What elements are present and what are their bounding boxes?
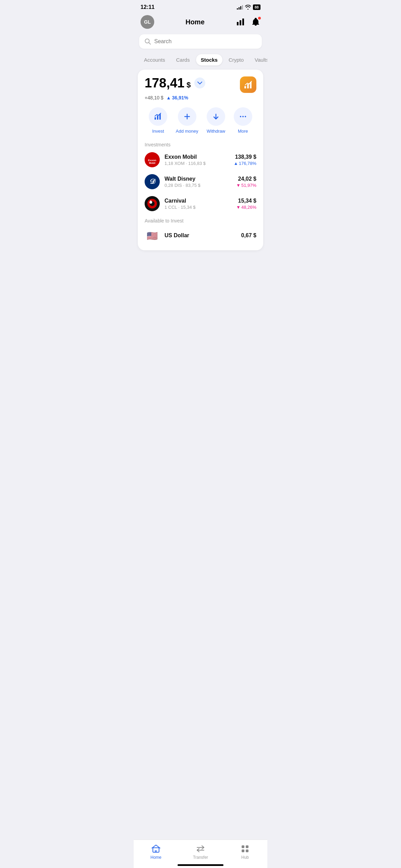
investments-label: Investments xyxy=(145,142,256,147)
more-label: More xyxy=(238,129,248,134)
available-item-usd[interactable]: 🇺🇸 US Dollar 0,67 $ xyxy=(145,228,256,243)
investment-item-exxon[interactable]: Exxon Mobil Exxon Mobil 1,18 XOM · 116,8… xyxy=(145,152,256,167)
invest-icon xyxy=(149,107,167,126)
tab-accounts[interactable]: Accounts xyxy=(139,54,170,65)
tab-stocks[interactable]: Stocks xyxy=(196,54,222,65)
exxon-values: 138,39 $ ▲ 176,78% xyxy=(234,154,256,166)
wifi-icon xyxy=(245,5,251,10)
more-icon xyxy=(234,107,252,126)
svg-rect-5 xyxy=(244,86,246,88)
change-row: +48,10 $ ▲ 36,91% xyxy=(145,95,256,100)
status-time: 12:11 xyxy=(141,4,155,10)
investment-item-disney[interactable]: 𝒟 Walt Disney 0,28 DIS · 83,75 $ 24,02 $… xyxy=(145,174,256,189)
usd-name: US Dollar xyxy=(165,232,236,239)
signal-icon xyxy=(237,5,243,10)
change-percent: ▲ 36,91% xyxy=(166,95,188,100)
svg-point-15 xyxy=(242,116,244,117)
disney-change: ▼ 51,97% xyxy=(236,183,256,188)
chart-icon[interactable] xyxy=(236,17,245,27)
svg-text:𝒟: 𝒟 xyxy=(149,178,156,185)
balance-left: 178,41 $ xyxy=(145,76,205,89)
withdraw-label: Withdraw xyxy=(207,129,225,134)
available-section: Available to Invest 🇺🇸 US Dollar 0,67 $ xyxy=(145,218,256,243)
disney-amount: 24,02 $ xyxy=(236,176,256,182)
svg-text:Mobil: Mobil xyxy=(149,162,155,164)
arrow-down-icon: ▼ xyxy=(236,183,241,188)
invest-label: Invest xyxy=(152,129,164,134)
carnival-name: Carnival xyxy=(165,198,231,204)
carnival-amount: 15,34 $ xyxy=(236,198,256,204)
exxon-name: Exxon Mobil xyxy=(165,154,229,160)
page-title: Home xyxy=(185,18,205,26)
battery-icon: 88 xyxy=(253,4,260,10)
carnival-info: Carnival 1 CCL · 15,34 $ xyxy=(165,198,231,210)
svg-rect-1 xyxy=(240,20,241,25)
exxon-logo: Exxon Mobil xyxy=(145,152,160,167)
disney-info: Walt Disney 0,28 DIS · 83,75 $ xyxy=(165,176,231,188)
carnival-detail: 1 CCL · 15,34 $ xyxy=(165,205,231,210)
withdraw-icon xyxy=(207,107,225,126)
carnival-values: 15,34 $ ▼ 48,26% xyxy=(236,198,256,210)
tab-cards[interactable]: Cards xyxy=(171,54,195,65)
svg-rect-6 xyxy=(247,84,249,88)
exxon-change: ▲ 176,78% xyxy=(234,161,256,166)
header-icons xyxy=(236,17,260,27)
svg-rect-9 xyxy=(157,116,158,120)
arrow-down-icon: ▼ xyxy=(236,205,241,210)
investment-item-carnival[interactable]: Carnival 1 CCL · 15,34 $ 15,34 $ ▼ 48,26… xyxy=(145,196,256,211)
search-input[interactable] xyxy=(154,38,256,45)
carnival-logo xyxy=(145,196,160,211)
status-bar: 12:11 88 xyxy=(134,0,267,12)
svg-rect-2 xyxy=(242,19,244,25)
status-icons: 88 xyxy=(237,4,260,10)
svg-rect-0 xyxy=(237,22,239,25)
exxon-info: Exxon Mobil 1,18 XOM · 116,83 $ xyxy=(165,154,229,166)
withdraw-button[interactable]: Withdraw xyxy=(207,107,225,134)
add-money-label: Add money xyxy=(176,129,198,134)
disney-detail: 0,28 DIS · 83,75 $ xyxy=(165,183,231,188)
tab-vaults[interactable]: Vaults xyxy=(250,54,267,65)
disney-name: Walt Disney xyxy=(165,176,231,182)
tab-bar: Accounts Cards Stocks Crypto Vaults xyxy=(134,54,267,70)
arrow-up-icon: ▲ xyxy=(166,95,171,100)
more-button[interactable]: More xyxy=(234,107,252,134)
usd-info: US Dollar xyxy=(165,232,236,239)
svg-text:Exxon: Exxon xyxy=(148,159,156,162)
add-money-button[interactable]: Add money xyxy=(176,107,198,134)
notification-dot xyxy=(258,17,261,20)
portfolio-icon xyxy=(240,76,256,93)
invest-button[interactable]: Invest xyxy=(149,107,167,134)
search-icon xyxy=(145,38,151,45)
exxon-detail: 1,18 XOM · 116,83 $ xyxy=(165,161,229,166)
usd-flag: 🇺🇸 xyxy=(145,228,160,243)
actions: Invest Add money Withdraw xyxy=(145,107,256,134)
usd-values: 0,67 $ xyxy=(241,232,256,239)
notification-icon[interactable] xyxy=(251,17,260,27)
svg-line-4 xyxy=(149,43,150,44)
balance-row: 178,41 $ xyxy=(145,76,256,93)
chevron-down-button[interactable] xyxy=(194,77,205,88)
exxon-amount: 138,39 $ xyxy=(234,154,256,160)
svg-rect-8 xyxy=(155,117,156,120)
tab-crypto[interactable]: Crypto xyxy=(224,54,248,65)
search-bar[interactable] xyxy=(139,34,262,49)
usd-amount: 0,67 $ xyxy=(241,232,256,239)
avatar[interactable]: GL xyxy=(141,15,154,29)
disney-logo: 𝒟 xyxy=(145,174,160,189)
arrow-up-icon: ▲ xyxy=(234,161,238,166)
available-label: Available to Invest xyxy=(145,218,256,224)
carnival-change: ▼ 48,26% xyxy=(236,205,256,210)
disney-values: 24,02 $ ▼ 51,97% xyxy=(236,176,256,188)
header: GL Home xyxy=(134,12,267,34)
svg-rect-26 xyxy=(150,200,151,202)
portfolio-card: 178,41 $ +48,10 $ ▲ 36,91% xyxy=(138,70,263,250)
svg-point-14 xyxy=(240,116,241,117)
svg-point-16 xyxy=(245,116,246,117)
us-flag-icon: 🇺🇸 xyxy=(147,231,158,241)
change-amount: +48,10 $ xyxy=(145,95,163,100)
add-money-icon xyxy=(178,107,196,126)
balance-amount: 178,41 $ xyxy=(145,76,191,89)
